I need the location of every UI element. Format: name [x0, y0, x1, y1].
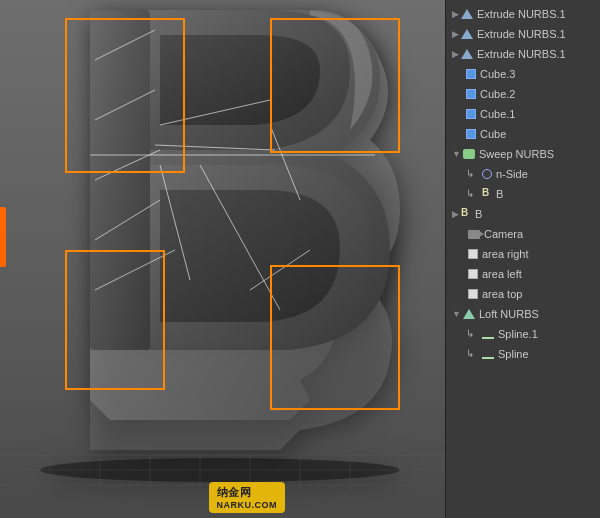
cube-icon-1 — [466, 109, 476, 119]
list-item-cube[interactable]: Cube — [446, 124, 600, 144]
item-label-extrude1: Extrude NURBS.1 — [477, 48, 566, 60]
item-label-area-right: area right — [482, 248, 528, 260]
item-label-b-main: B — [475, 208, 482, 220]
item-label-extrude2: Extrude NURBS.1 — [477, 28, 566, 40]
list-item-cube2[interactable]: Cube.2 — [446, 84, 600, 104]
item-label-cube3: Cube.3 — [480, 68, 515, 80]
item-label-b-child: B — [496, 188, 503, 200]
item-label-camera: Camera — [484, 228, 523, 240]
camera-icon — [468, 230, 480, 239]
area-icon-right — [468, 249, 478, 259]
list-item-extrude-nurbs-2[interactable]: ▶ Extrude NURBS.1 — [446, 24, 600, 44]
list-item-extrude-nurbs-3[interactable]: ▶ Extrude NURBS.1 — [446, 4, 600, 24]
list-item-spline[interactable]: ↳ Spline — [446, 344, 600, 364]
cube-icon-2 — [466, 89, 476, 99]
watermark: 纳金网 NARKU.COM — [209, 482, 286, 513]
expand-icon-b: ▶ — [452, 209, 459, 219]
item-label-nside: n-Side — [496, 168, 528, 180]
list-item-extrude-nurbs-1[interactable]: ▶ Extrude NURBS.1 — [446, 44, 600, 64]
list-item-b-main[interactable]: ▶ B B — [446, 204, 600, 224]
spline-icon — [482, 349, 494, 359]
list-item-cube3[interactable]: Cube.3 — [446, 64, 600, 84]
expand-icon-3: ▶ — [452, 9, 459, 19]
nurbs-icon-3 — [461, 9, 473, 19]
list-item-b-child[interactable]: ↳ B B — [446, 184, 600, 204]
nurbs-icon-1 — [461, 49, 473, 59]
connector-icon-nside: ↳ — [466, 168, 478, 180]
cube-icon-3 — [466, 69, 476, 79]
watermark-chinese: 纳金网 — [217, 486, 252, 498]
nurbs-icon-2 — [461, 29, 473, 39]
item-label-loft: Loft NURBS — [479, 308, 539, 320]
list-item-cube1[interactable]: Cube.1 — [446, 104, 600, 124]
item-label-cube2: Cube.2 — [480, 88, 515, 100]
b-icon-main: B — [461, 208, 471, 220]
spline-icon-1 — [482, 329, 494, 339]
expand-icon-1: ▶ — [452, 49, 459, 59]
expand-icon-2: ▶ — [452, 29, 459, 39]
item-label-area-left: area left — [482, 268, 522, 280]
item-label-spline1: Spline.1 — [498, 328, 538, 340]
connector-icon-spline: ↳ — [466, 348, 478, 360]
viewport[interactable]: 纳金网 NARKU.COM — [0, 0, 445, 518]
item-label-spline: Spline — [498, 348, 529, 360]
connector-icon-spline1: ↳ — [466, 328, 478, 340]
list-item-sweep-nurbs[interactable]: ▼ Sweep NURBS — [446, 144, 600, 164]
list-item-area-top[interactable]: area top — [446, 284, 600, 304]
expand-icon-sweep: ▼ — [452, 149, 461, 159]
left-edge-bar — [0, 207, 6, 267]
svg-rect-1 — [90, 10, 150, 350]
list-item-area-right[interactable]: area right — [446, 244, 600, 264]
list-item-spline1[interactable]: ↳ Spline.1 — [446, 324, 600, 344]
right-panel: ▶ Extrude NURBS.1 ▶ Extrude NURBS.1 ▶ Ex… — [445, 0, 600, 518]
connector-icon-b-child: ↳ — [466, 188, 478, 200]
item-label-extrude3: Extrude NURBS.1 — [477, 8, 566, 20]
item-label-area-top: area top — [482, 288, 522, 300]
list-item-loft-nurbs[interactable]: ▼ Loft NURBS — [446, 304, 600, 324]
loft-icon — [463, 309, 475, 319]
b-icon-child: B — [482, 188, 492, 200]
item-label-cube: Cube — [480, 128, 506, 140]
item-label-sweep: Sweep NURBS — [479, 148, 554, 160]
item-label-cube1: Cube.1 — [480, 108, 515, 120]
cube-icon — [466, 129, 476, 139]
sweep-icon — [463, 149, 475, 159]
watermark-url: NARKU.COM — [217, 500, 278, 510]
list-item-camera[interactable]: Camera — [446, 224, 600, 244]
object-list: ▶ Extrude NURBS.1 ▶ Extrude NURBS.1 ▶ Ex… — [446, 0, 600, 368]
list-item-area-left[interactable]: area left — [446, 264, 600, 284]
nside-icon — [482, 169, 492, 179]
list-item-nside[interactable]: ↳ n-Side — [446, 164, 600, 184]
expand-icon-loft: ▼ — [452, 309, 461, 319]
main-container: 纳金网 NARKU.COM ▶ Extrude NURBS.1 ▶ Extrud… — [0, 0, 600, 518]
area-icon-top — [468, 289, 478, 299]
area-icon-left — [468, 269, 478, 279]
